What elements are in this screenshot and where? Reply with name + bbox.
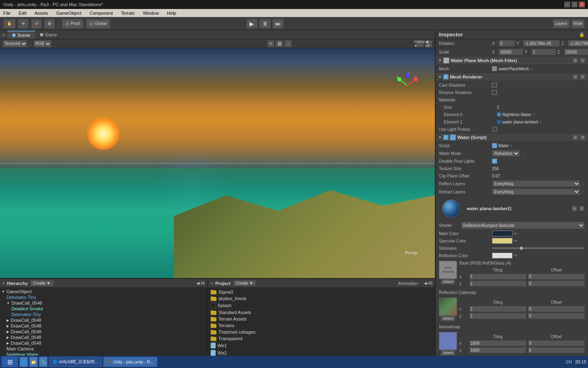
list-item[interactable]: ▶DrawCall_0548 [0,340,207,346]
list-item[interactable]: ▶DrawCall_0548 [0,317,207,323]
tiling-y-input[interactable] [469,280,526,287]
nm-offset-x-input[interactable] [528,340,585,346]
menu-file[interactable]: File [2,10,12,16]
main-color-edit-btn[interactable]: ✏ [514,231,520,236]
material-settings-btn[interactable]: ⚙ [579,206,585,211]
list-item[interactable]: skybox_forest [208,295,435,302]
mesh-renderer-enabled-checkbox[interactable]: ✓ [443,74,448,79]
list-item[interactable]: ▼GameObject [0,289,207,294]
cubemap-thumbnail[interactable] [439,298,457,316]
close-btn[interactable]: ✕ [579,2,585,7]
all-btn[interactable]: ◀ All [425,40,432,47]
water-script-enabled[interactable]: ✓ [443,135,448,140]
shader-select[interactable]: Reflective/Bumped Specular [461,222,585,229]
maximize-btn[interactable]: □ [572,2,577,7]
menu-edit[interactable]: Edit [17,10,28,16]
shininess-slider[interactable] [492,247,585,249]
menu-help[interactable]: Help [165,10,178,16]
mesh-filter-header[interactable]: ▼ Water Plane Mesh (Mesh Filter) ⊞ ⚙ [436,56,588,65]
menu-terrain[interactable]: Terrain [119,10,136,16]
taskbar-item-browser[interactable]: 🌐 unity3d吧_百度贴吧... [49,357,102,367]
receive-shadows-checkbox[interactable] [492,90,497,95]
cubemap-tiling-x-input[interactable] [469,306,526,312]
base-rgb-select-btn[interactable]: Select [441,279,455,285]
cubemap-offset-y-input[interactable] [528,313,585,319]
list-item[interactable]: Terrains [208,322,435,329]
list-item[interactable]: Detonator-Tiny [0,312,207,317]
list-item[interactable]: ▶DrawCall_0548 [0,334,207,340]
layers-select[interactable]: Layers [553,19,570,28]
menu-component[interactable]: Component [88,10,114,16]
cubemap-tiling-y-input[interactable] [469,313,526,319]
gizmos-btn[interactable]: Gizmos ▼ [416,40,424,47]
list-item[interactable]: Detailed Smoke [0,306,207,312]
pivot-btn[interactable]: Pivot [62,19,83,29]
mesh-renderer-header[interactable]: ▼ ✓ Mesh Renderer ⊞ ⚙ [436,73,588,81]
normalmap-thumbnail[interactable] [439,332,457,350]
display-mode-select[interactable]: Textured [2,40,27,47]
hierarchy-create-btn[interactable]: Create ▼ [30,280,53,286]
water-script-settings-btn[interactable]: ⚙ [580,135,586,140]
layout-select[interactable]: Wide [571,19,585,28]
list-item[interactable]: Main Camera [0,346,207,352]
menu-assets[interactable]: Assets [33,10,50,16]
play-btn[interactable]: ▶ [246,19,258,29]
tab-scene[interactable]: Scene [7,31,35,39]
list-item[interactable]: Thatched cottages [208,329,435,335]
list-item[interactable]: Standard Assets [208,309,435,316]
move-tool-btn[interactable]: ✛ [18,19,29,29]
water-script-header[interactable]: ▼ ✓ Water (Script) ⊞ ⚙ [436,133,588,142]
list-item[interactable]: ▶DrawCall_0548 [0,323,207,329]
specular-color-swatch[interactable] [492,238,512,244]
rotation-x-input[interactable] [499,40,515,47]
rotation-y-input[interactable] [523,40,560,47]
list-item[interactable]: Splash [208,302,435,309]
offset-y-input[interactable] [528,280,585,287]
rotate-tool-btn[interactable]: ↺ [31,19,42,29]
lock-icon[interactable]: 🔒 [579,32,585,37]
scale-x-input[interactable] [499,49,523,55]
disable-pixel-lights-checkbox[interactable]: ✓ [492,159,497,164]
rotation-z-input[interactable] [568,40,588,47]
base-rgb-texture[interactable]: None(Texture) [439,261,457,279]
hand-tool-btn[interactable]: ✋ [3,19,16,29]
water-mode-select[interactable]: Refractive [492,150,520,157]
specular-edit-btn[interactable]: ✏ [514,239,520,243]
nm-tiling-x-input[interactable] [469,340,526,346]
list-item[interactable]: Transparent [208,335,435,342]
project-create-btn[interactable]: Create ▼ [233,280,256,286]
mesh-renderer-settings-btn[interactable]: ⚙ [580,74,586,80]
cast-shadows-checkbox[interactable] [492,83,497,88]
material-menu-btn[interactable]: ⊞ [572,206,577,211]
list-item[interactable]: Signal2 [208,289,435,295]
mesh-filter-menu-btn[interactable]: ⊞ [572,58,578,63]
reflect-layers-select[interactable]: Everything [492,180,580,187]
nm-offset-y-input[interactable] [528,347,585,353]
menu-window[interactable]: Window [141,10,160,16]
start-button[interactable]: ⊞ [2,357,18,367]
mesh-renderer-menu-btn[interactable]: ⊞ [572,74,578,80]
scale-y-input[interactable] [531,49,556,55]
offset-x-input[interactable] [528,274,585,280]
global-btn[interactable]: Global [86,19,110,29]
audio-icon-btn[interactable]: ♪ [284,40,292,47]
taskbar-item-unity[interactable]: 🎮 Unity - jietu.unity - R... [103,357,157,367]
use-light-probes-checkbox[interactable] [492,127,497,132]
sun-icon-btn[interactable]: ☀ [267,40,274,47]
image-icon-btn[interactable]: 🖼 [276,40,283,47]
main-color-swatch[interactable] [492,231,512,236]
list-item[interactable]: Terrain Assets [208,316,435,322]
tab-animation[interactable]: Animation [395,280,421,287]
mesh-filter-settings-btn[interactable]: ⚙ [580,58,586,63]
quicklaunch-icon-1[interactable]: 🌐 [20,357,28,367]
scale-tool-btn[interactable]: ⊞ [44,19,55,29]
list-item[interactable]: ▶DrawCall_0548 [0,329,207,334]
tiling-x-input[interactable] [469,274,526,280]
list-item[interactable]: We1 [208,342,435,349]
nm-tiling-y-input[interactable] [469,347,526,353]
minimize-btn[interactable]: ─ [564,2,570,7]
water-script-menu-btn[interactable]: ⊞ [572,135,578,140]
list-item[interactable]: Detonator-Tiny [0,294,207,300]
normalmap-select-btn[interactable]: Select [441,350,455,356]
reflection-edit-btn[interactable]: ✏ [514,254,520,258]
